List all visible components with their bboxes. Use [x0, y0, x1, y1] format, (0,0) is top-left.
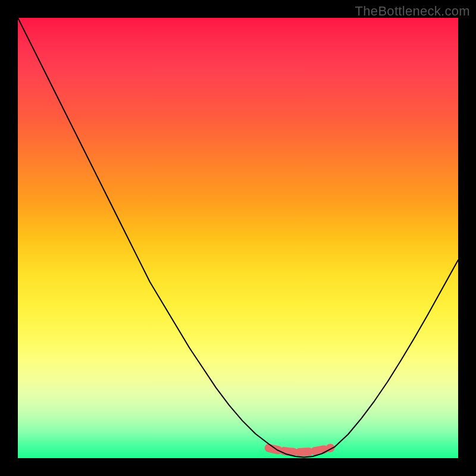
- watermark-text: TheBottleneck.com: [355, 4, 470, 19]
- chart-svg: [18, 18, 458, 458]
- chart-frame: TheBottleneck.com: [0, 0, 476, 476]
- bottleneck-curve: [18, 18, 458, 458]
